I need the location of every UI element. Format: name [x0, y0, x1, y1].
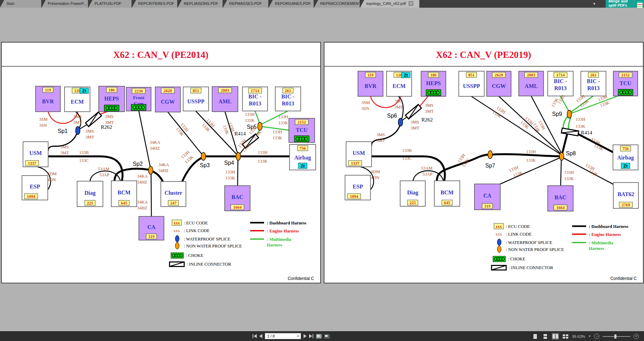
tab-repraccordements[interactable]: REPRACCORDEMENTS...: [314, 0, 360, 8]
page-title: X62 : CAN_V (PE2014): [113, 50, 208, 60]
link-code-label: 4DM: [371, 169, 380, 174]
ecu-code: 186: [430, 73, 437, 77]
svg-text:: ECU CODE: : ECU CODE: [184, 221, 208, 225]
previous-view-button[interactable]: [316, 334, 322, 339]
next-page-button[interactable]: [304, 333, 307, 339]
link-code-label: 133K: [272, 135, 282, 140]
ecu-name: HEPS: [426, 80, 441, 86]
ecu-name: BIC -: [282, 94, 295, 99]
svg-text:xxx: xxx: [496, 224, 502, 229]
tab-repcriteres[interactable]: REPCRITERES.PDF: [132, 0, 177, 8]
link-code-label: 3SM: [361, 100, 370, 105]
heps-choke-icon: [426, 90, 441, 96]
pdf-page-right[interactable]: X62 : CAN_V (PE2019)R262R414119BVR120ZtE…: [324, 42, 644, 283]
link-code-label: 133H: [564, 170, 574, 175]
ecu-code: 225: [87, 201, 93, 206]
link-code-label: 133K: [245, 118, 255, 123]
svg-text:: NON WATER PROOF SPLICE: : NON WATER PROOF SPLICE: [506, 247, 564, 252]
edge-sp8-usspp: [471, 96, 561, 155]
page-number-input[interactable]: 1 / 8 ▼: [265, 333, 301, 339]
tab-label: REPLIAISONS.PDF: [184, 1, 218, 6]
ecu-code: 851: [193, 88, 199, 93]
svg-text:: WATERPROOF SPLICE: : WATERPROOF SPLICE: [184, 237, 230, 242]
last-page-icon: [309, 334, 312, 338]
ecu-box-usm: 1337USM: [346, 142, 372, 167]
next-page-icon: [304, 334, 307, 338]
splice-label-sp8: Sp8: [566, 150, 576, 156]
link-code-label: 133K: [564, 176, 574, 181]
link-code-label: 3MS: [395, 99, 403, 104]
page-indicator: 1 / 8: [267, 334, 275, 338]
tab-presentation[interactable]: Présentation PowerP...: [42, 0, 88, 8]
first-page-button[interactable]: [252, 333, 257, 339]
zoom-level[interactable]: 95.63%: [572, 334, 585, 339]
tab-strip: StartPrésentation PowerP...PLATFUSI.PDFR…: [0, 0, 644, 8]
splice-sp4: [236, 153, 241, 161]
last-page-button[interactable]: [309, 333, 314, 339]
svg-text:: Multimedia: : Multimedia: [589, 240, 614, 245]
ecu-box-ecm: 120ZtECM: [65, 87, 90, 112]
tab-topology[interactable]: topology_CAN_x62.pdfx: [360, 0, 419, 8]
previous-page-button[interactable]: [259, 333, 262, 339]
zoom-in-button[interactable]: +: [634, 334, 639, 339]
link-code-label: 3MT: [395, 105, 403, 110]
link-code-label: 133K: [576, 124, 585, 129]
ecu-code: 645: [121, 201, 127, 206]
legend-waterproof-splice-icon: [497, 239, 501, 246]
ecu-name: R013: [282, 101, 294, 106]
svg-text:: WATERPROOF SPLICE: : WATERPROOF SPLICE: [506, 240, 552, 245]
link-code-label: 133H: [245, 112, 255, 117]
tab-repmasses[interactable]: REPMASSES.PDF: [223, 0, 268, 8]
next-view-button[interactable]: [324, 334, 330, 339]
single-page-layout-button[interactable]: [532, 333, 539, 340]
link-code-label: 133H: [278, 114, 288, 119]
svg-text:: NON WATER PROOF SPLICE: : NON WATER PROOF SPLICE: [184, 244, 242, 249]
previous-page-icon: [259, 334, 262, 338]
continuous-layout-button[interactable]: [542, 333, 549, 340]
tab-repliaisons[interactable]: REPLIAISONS.PDF: [178, 0, 223, 8]
legend: xxx: ECU CODExxx: LINK CODE: WATERPROOF …: [170, 220, 306, 267]
pdf-page-left[interactable]: X62 : CAN_V (PE2014)R262R414119BVR120ZtE…: [1, 42, 321, 283]
zoom-out-button[interactable]: −: [594, 334, 599, 339]
link-code-label: 133C: [402, 156, 412, 161]
tab-reporganes[interactable]: REPORGANES.PDF: [269, 0, 314, 8]
tab-start[interactable]: Start: [0, 0, 41, 8]
pdf-canvas-right: X62 : CAN_V (PE2019)R262R414119BVR120ZtE…: [324, 43, 643, 283]
link-code-label: 133B: [79, 150, 89, 155]
ecu-name: ESP: [353, 184, 363, 190]
tab-close-icon[interactable]: x: [409, 1, 413, 6]
ecu-code: 261: [285, 88, 291, 93]
link-code-label: 3MS: [60, 144, 69, 149]
edge-sp8-bac: [561, 159, 561, 186]
tab-overflow-button[interactable]: ▼: [593, 2, 596, 6]
ecu-name: BAC: [555, 194, 567, 200]
heps-choke-icon: [104, 105, 119, 111]
ecu-name: TCU: [620, 80, 631, 86]
link-code-label: 3MS: [411, 120, 419, 125]
svg-text:: Engine Harness: : Engine Harness: [267, 229, 299, 233]
ecu-box-bcm: 645BCM: [111, 181, 137, 207]
ecu-code: 1664: [556, 205, 565, 210]
ecu-name: Diag: [84, 190, 96, 196]
tab-label: REPRACCORDEMENTS...: [320, 1, 360, 6]
zt-label: Zt: [623, 164, 627, 169]
ecu-code: 2003: [221, 88, 229, 93]
ecu-box-bic1: 1714BIC -R013: [548, 71, 573, 96]
ecu-code: 319: [148, 234, 155, 239]
link-code-label: 34KA: [137, 200, 148, 205]
two-page-continuous-layout-button[interactable]: [562, 333, 569, 340]
legend-choke-icon: [171, 253, 184, 258]
link-code-label: 133B: [402, 148, 412, 153]
zoom-slider-handle[interactable]: [614, 334, 616, 339]
ecu-box-diag: 225Diag: [400, 181, 425, 206]
ecu-box-cgw: 2620CGW: [487, 71, 511, 96]
tab-platfusi[interactable]: PLATFUSI.PDF: [88, 0, 132, 8]
link-code-label: 133C: [79, 158, 89, 163]
svg-text:: Dashboard Harness: : Dashboard Harness: [267, 221, 306, 225]
ecu-code: 120: [396, 73, 402, 77]
link-code-label: 34HZ: [158, 168, 169, 173]
zoom-slider[interactable]: [602, 334, 630, 339]
two-page-layout-button[interactable]: [552, 333, 559, 340]
promo-line2: split PDFs: [608, 3, 635, 7]
zoom-dropdown-caret-icon[interactable]: ▼: [588, 335, 591, 338]
